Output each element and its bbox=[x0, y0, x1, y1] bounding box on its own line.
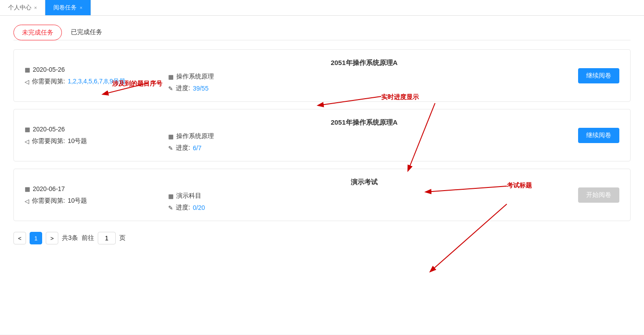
progress-val-3: 0/20 bbox=[193, 204, 205, 211]
date-value-3: 2020-06-17 bbox=[33, 185, 65, 192]
edit-icon-2 bbox=[168, 144, 173, 152]
filter-tab-incomplete[interactable]: 未完成任务 bbox=[13, 25, 62, 40]
task-right-1: 继续阅卷 bbox=[560, 68, 619, 83]
start-btn-3[interactable]: 开始阅卷 bbox=[578, 187, 619, 203]
subject-value-3: 演示科目 bbox=[176, 192, 201, 200]
calendar-icon-2 bbox=[25, 126, 30, 133]
tab-personal[interactable]: 个人中心 × bbox=[0, 0, 45, 15]
task-right-2: 继续阅卷 bbox=[560, 128, 619, 143]
tab-grading[interactable]: 阅卷任务 × bbox=[45, 0, 91, 15]
next-page-btn[interactable]: > bbox=[46, 232, 58, 244]
page-label: 页 bbox=[119, 234, 126, 242]
subject-value-1: 操作系统原理 bbox=[176, 73, 214, 81]
task-card-1: 2020-05-26 你需要阅第: 1,2,3,4,5,6,7,8,9号题 20… bbox=[13, 49, 631, 102]
edit-icon-1 bbox=[168, 85, 173, 92]
calendar-icon-1 bbox=[25, 66, 30, 73]
progress-label-1: 进度: bbox=[176, 84, 190, 92]
progress-val-2: 6/7 bbox=[193, 144, 201, 152]
task-card-3: 2020-06-17 你需要阅第: 10号题 演示考试 演示科目 bbox=[13, 169, 631, 221]
exam-title-3: 演示考试 bbox=[168, 178, 560, 187]
task-questions-3: 你需要阅第: 10号题 bbox=[25, 197, 150, 205]
nav-icon-2 bbox=[25, 138, 29, 145]
tab-bar: 个人中心 × 阅卷任务 × bbox=[0, 0, 644, 16]
subject-icon-2 bbox=[168, 133, 174, 140]
date-value-1: 2020-05-26 bbox=[33, 66, 65, 73]
tab-grading-close[interactable]: × bbox=[79, 5, 82, 10]
pagination: < 1 > 共3条 前往 页 bbox=[13, 232, 631, 249]
tab-personal-label: 个人中心 bbox=[8, 4, 31, 12]
edit-icon-3 bbox=[168, 204, 173, 211]
main-content: 未完成任务 已完成任务 2020-05-26 你需要阅第: 1,2,3,4,5,… bbox=[0, 16, 644, 335]
question-nums-2: 10号题 bbox=[68, 137, 87, 145]
exam-subject-2: 操作系统原理 bbox=[168, 132, 560, 140]
prev-page-btn[interactable]: < bbox=[13, 232, 26, 244]
subject-icon-3 bbox=[168, 192, 174, 200]
nav-icon-3 bbox=[25, 197, 29, 204]
questions-label-2: 你需要阅第: bbox=[32, 137, 65, 145]
progress-val-1: 39/55 bbox=[193, 85, 209, 92]
exam-progress-3: 进度: 0/20 bbox=[168, 204, 560, 212]
progress-label-3: 进度: bbox=[176, 204, 190, 212]
exam-progress-2: 进度: 6/7 bbox=[168, 144, 560, 152]
task-middle-3: 演示考试 演示科目 进度: 0/20 bbox=[150, 178, 560, 212]
exam-title-2: 2051年操作系统原理A bbox=[168, 118, 560, 127]
calendar-icon-3 bbox=[25, 185, 30, 192]
exam-progress-1: 进度: 39/55 bbox=[168, 84, 560, 92]
exam-title-1: 2051年操作系统原理A bbox=[168, 59, 560, 67]
task-left-1: 2020-05-26 你需要阅第: 1,2,3,4,5,6,7,8,9号题 bbox=[25, 66, 150, 86]
nav-icon-1 bbox=[25, 78, 29, 85]
tab-grading-label: 阅卷任务 bbox=[53, 4, 77, 12]
exam-subject-1: 操作系统原理 bbox=[168, 73, 560, 81]
task-date-3: 2020-06-17 bbox=[25, 185, 150, 192]
question-nums-1: 1,2,3,4,5,6,7,8,9号题 bbox=[68, 78, 126, 86]
tab-personal-close[interactable]: × bbox=[34, 5, 37, 10]
questions-label-1: 你需要阅第: bbox=[32, 78, 65, 86]
task-right-3: 开始阅卷 bbox=[560, 187, 619, 203]
task-card-2: 2020-05-26 你需要阅第: 10号题 2051年操作系统原理A 操作系统… bbox=[13, 109, 631, 161]
task-date-2: 2020-05-26 bbox=[25, 126, 150, 133]
continue-btn-2[interactable]: 继续阅卷 bbox=[578, 128, 619, 143]
total-label: 共3条 bbox=[62, 234, 78, 242]
filter-tab-complete[interactable]: 已完成任务 bbox=[62, 25, 111, 40]
questions-label-3: 你需要阅第: bbox=[32, 197, 65, 205]
progress-label-2: 进度: bbox=[176, 144, 190, 152]
task-date-1: 2020-05-26 bbox=[25, 66, 150, 73]
task-questions-1: 你需要阅第: 1,2,3,4,5,6,7,8,9号题 bbox=[25, 78, 150, 86]
exam-subject-3: 演示科目 bbox=[168, 192, 560, 200]
date-value-2: 2020-05-26 bbox=[33, 126, 65, 133]
page-1-btn[interactable]: 1 bbox=[30, 232, 42, 244]
task-left-2: 2020-05-26 你需要阅第: 10号题 bbox=[25, 126, 150, 145]
continue-btn-1[interactable]: 继续阅卷 bbox=[578, 68, 619, 83]
page-input[interactable] bbox=[98, 232, 116, 244]
task-questions-2: 你需要阅第: 10号题 bbox=[25, 137, 150, 145]
question-nums-3: 10号题 bbox=[68, 197, 87, 205]
filter-tabs: 未完成任务 已完成任务 bbox=[13, 25, 631, 40]
go-label: 前往 bbox=[82, 234, 94, 242]
subject-icon-1 bbox=[168, 73, 174, 80]
task-middle-1: 2051年操作系统原理A 操作系统原理 进度: 39/55 bbox=[150, 59, 560, 92]
subject-value-2: 操作系统原理 bbox=[176, 132, 214, 140]
task-left-3: 2020-06-17 你需要阅第: 10号题 bbox=[25, 185, 150, 205]
cards-wrapper: 2020-05-26 你需要阅第: 1,2,3,4,5,6,7,8,9号题 20… bbox=[13, 49, 631, 221]
task-middle-2: 2051年操作系统原理A 操作系统原理 进度: 6/7 bbox=[150, 118, 560, 152]
